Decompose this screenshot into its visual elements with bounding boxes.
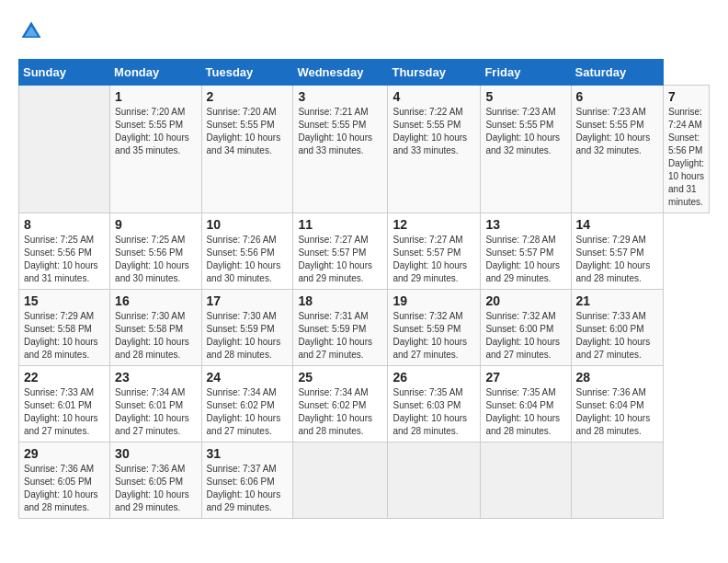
calendar-week-row: 8Sunrise: 7:25 AM Sunset: 5:56 PM Daylig… <box>19 213 710 290</box>
day-number: 26 <box>392 370 475 385</box>
day-info: Sunrise: 7:27 AM Sunset: 5:57 PM Dayligh… <box>392 234 475 285</box>
calendar-day-cell: 7Sunrise: 7:24 AM Sunset: 5:56 PM Daylig… <box>664 86 710 213</box>
day-info: Sunrise: 7:30 AM Sunset: 5:59 PM Dayligh… <box>207 310 289 362</box>
day-info: Sunrise: 7:25 AM Sunset: 5:56 PM Dayligh… <box>24 234 105 285</box>
day-number: 4 <box>392 89 475 104</box>
day-info: Sunrise: 7:23 AM Sunset: 5:55 PM Dayligh… <box>576 106 658 157</box>
calendar-header-row: SundayMondayTuesdayWednesdayThursdayFrid… <box>19 60 710 86</box>
calendar-empty-cell <box>19 86 110 213</box>
day-info: Sunrise: 7:33 AM Sunset: 6:01 PM Dayligh… <box>24 386 105 438</box>
day-info: Sunrise: 7:29 AM Sunset: 5:57 PM Dayligh… <box>576 234 658 285</box>
day-number: 22 <box>24 370 105 385</box>
day-number: 15 <box>24 293 105 308</box>
calendar-day-cell: 19Sunrise: 7:32 AM Sunset: 5:59 PM Dayli… <box>388 290 481 366</box>
calendar-day-cell: 28Sunrise: 7:36 AM Sunset: 6:04 PM Dayli… <box>571 366 663 442</box>
day-info: Sunrise: 7:22 AM Sunset: 5:55 PM Dayligh… <box>392 106 475 157</box>
day-info: Sunrise: 7:31 AM Sunset: 5:59 PM Dayligh… <box>298 310 382 362</box>
day-info: Sunrise: 7:33 AM Sunset: 6:00 PM Dayligh… <box>576 310 658 362</box>
calendar-day-cell: 23Sunrise: 7:34 AM Sunset: 6:01 PM Dayli… <box>110 366 201 442</box>
day-info: Sunrise: 7:28 AM Sunset: 5:57 PM Dayligh… <box>485 234 565 285</box>
day-info: Sunrise: 7:32 AM Sunset: 6:00 PM Dayligh… <box>485 310 565 362</box>
day-info: Sunrise: 7:34 AM Sunset: 6:02 PM Dayligh… <box>207 386 289 438</box>
calendar-day-cell: 8Sunrise: 7:25 AM Sunset: 5:56 PM Daylig… <box>19 213 110 290</box>
calendar-day-cell: 13Sunrise: 7:28 AM Sunset: 5:57 PM Dayli… <box>481 213 571 290</box>
day-number: 27 <box>485 370 565 385</box>
day-number: 8 <box>24 217 105 232</box>
calendar-week-row: 29Sunrise: 7:36 AM Sunset: 6:05 PM Dayli… <box>19 442 710 519</box>
page-header <box>18 18 710 44</box>
calendar-day-cell: 10Sunrise: 7:26 AM Sunset: 5:56 PM Dayli… <box>201 213 293 290</box>
calendar-day-cell: 24Sunrise: 7:34 AM Sunset: 6:02 PM Dayli… <box>201 366 293 442</box>
day-info: Sunrise: 7:32 AM Sunset: 5:59 PM Dayligh… <box>392 310 475 362</box>
calendar-day-cell: 20Sunrise: 7:32 AM Sunset: 6:00 PM Dayli… <box>481 290 571 366</box>
day-info: Sunrise: 7:27 AM Sunset: 5:57 PM Dayligh… <box>298 234 382 285</box>
day-number: 7 <box>668 89 704 104</box>
day-info: Sunrise: 7:37 AM Sunset: 6:06 PM Dayligh… <box>207 463 289 514</box>
calendar-day-cell: 22Sunrise: 7:33 AM Sunset: 6:01 PM Dayli… <box>19 366 110 442</box>
day-info: Sunrise: 7:21 AM Sunset: 5:55 PM Dayligh… <box>298 106 382 157</box>
calendar-week-row: 1Sunrise: 7:20 AM Sunset: 5:55 PM Daylig… <box>19 86 710 213</box>
calendar-day-cell: 15Sunrise: 7:29 AM Sunset: 5:58 PM Dayli… <box>19 290 110 366</box>
day-info: Sunrise: 7:36 AM Sunset: 6:04 PM Dayligh… <box>576 386 658 438</box>
calendar-day-cell: 2Sunrise: 7:20 AM Sunset: 5:55 PM Daylig… <box>201 86 293 213</box>
calendar-week-row: 15Sunrise: 7:29 AM Sunset: 5:58 PM Dayli… <box>19 290 710 366</box>
day-number: 12 <box>392 217 475 232</box>
calendar-day-cell: 12Sunrise: 7:27 AM Sunset: 5:57 PM Dayli… <box>388 213 481 290</box>
day-header-monday: Monday <box>110 60 201 86</box>
day-number: 6 <box>576 89 658 104</box>
day-info: Sunrise: 7:23 AM Sunset: 5:55 PM Dayligh… <box>485 106 565 157</box>
day-number: 17 <box>207 293 289 308</box>
day-number: 19 <box>392 293 475 308</box>
day-info: Sunrise: 7:20 AM Sunset: 5:55 PM Dayligh… <box>115 106 196 157</box>
day-info: Sunrise: 7:20 AM Sunset: 5:55 PM Dayligh… <box>207 106 289 157</box>
calendar-day-cell: 21Sunrise: 7:33 AM Sunset: 6:00 PM Dayli… <box>571 290 663 366</box>
calendar-day-cell: 1Sunrise: 7:20 AM Sunset: 5:55 PM Daylig… <box>110 86 201 213</box>
day-header-friday: Friday <box>481 60 571 86</box>
day-number: 21 <box>576 293 658 308</box>
calendar-table: SundayMondayTuesdayWednesdayThursdayFrid… <box>18 59 710 519</box>
day-header-thursday: Thursday <box>388 60 481 86</box>
day-number: 29 <box>24 446 105 461</box>
day-info: Sunrise: 7:35 AM Sunset: 6:03 PM Dayligh… <box>392 386 475 438</box>
day-header-sunday: Sunday <box>19 60 110 86</box>
calendar-empty-cell <box>293 442 388 519</box>
day-number: 31 <box>207 446 289 461</box>
calendar-day-cell: 14Sunrise: 7:29 AM Sunset: 5:57 PM Dayli… <box>571 213 663 290</box>
day-number: 11 <box>298 217 382 232</box>
day-header-saturday: Saturday <box>571 60 663 86</box>
calendar-day-cell: 9Sunrise: 7:25 AM Sunset: 5:56 PM Daylig… <box>110 213 201 290</box>
calendar-day-cell: 17Sunrise: 7:30 AM Sunset: 5:59 PM Dayli… <box>201 290 293 366</box>
calendar-day-cell: 5Sunrise: 7:23 AM Sunset: 5:55 PM Daylig… <box>481 86 571 213</box>
calendar-day-cell: 27Sunrise: 7:35 AM Sunset: 6:04 PM Dayli… <box>481 366 571 442</box>
day-number: 13 <box>485 217 565 232</box>
day-number: 23 <box>115 370 196 385</box>
day-number: 2 <box>207 89 289 104</box>
calendar-day-cell: 29Sunrise: 7:36 AM Sunset: 6:05 PM Dayli… <box>19 442 110 519</box>
calendar-day-cell: 16Sunrise: 7:30 AM Sunset: 5:58 PM Dayli… <box>110 290 201 366</box>
day-number: 20 <box>485 293 565 308</box>
calendar-empty-cell <box>481 442 571 519</box>
day-header-wednesday: Wednesday <box>293 60 388 86</box>
day-info: Sunrise: 7:36 AM Sunset: 6:05 PM Dayligh… <box>24 463 105 514</box>
calendar-day-cell: 3Sunrise: 7:21 AM Sunset: 5:55 PM Daylig… <box>293 86 388 213</box>
day-number: 1 <box>115 89 196 104</box>
day-info: Sunrise: 7:30 AM Sunset: 5:58 PM Dayligh… <box>115 310 196 362</box>
day-number: 5 <box>485 89 565 104</box>
calendar-week-row: 22Sunrise: 7:33 AM Sunset: 6:01 PM Dayli… <box>19 366 710 442</box>
day-number: 24 <box>207 370 289 385</box>
day-number: 14 <box>576 217 658 232</box>
calendar-day-cell: 4Sunrise: 7:22 AM Sunset: 5:55 PM Daylig… <box>388 86 481 213</box>
day-number: 25 <box>298 370 382 385</box>
day-info: Sunrise: 7:36 AM Sunset: 6:05 PM Dayligh… <box>115 463 196 514</box>
day-header-tuesday: Tuesday <box>201 60 293 86</box>
day-number: 10 <box>207 217 289 232</box>
day-number: 16 <box>115 293 196 308</box>
day-info: Sunrise: 7:26 AM Sunset: 5:56 PM Dayligh… <box>207 234 289 285</box>
logo <box>18 18 48 44</box>
day-number: 28 <box>576 370 658 385</box>
day-number: 3 <box>298 89 382 104</box>
calendar-empty-cell <box>388 442 481 519</box>
day-number: 9 <box>115 217 196 232</box>
day-number: 30 <box>115 446 196 461</box>
calendar-empty-cell <box>571 442 663 519</box>
